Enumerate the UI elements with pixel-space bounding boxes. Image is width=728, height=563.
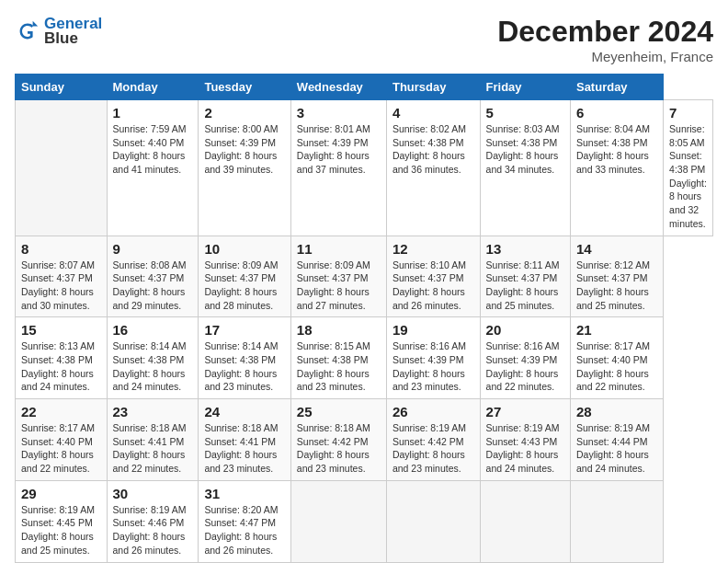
- day-info: Sunrise: 8:11 AMSunset: 4:37 PMDaylight:…: [486, 259, 560, 311]
- day-info: Sunrise: 8:20 AMSunset: 4:47 PMDaylight:…: [204, 504, 278, 556]
- logo: General Blue: [15, 15, 102, 48]
- day-info: Sunrise: 8:19 AMSunset: 4:42 PMDaylight:…: [392, 422, 466, 474]
- calendar-week-row: 8Sunrise: 8:07 AMSunset: 4:37 PMDaylight…: [16, 236, 713, 317]
- calendar-cell: 6Sunrise: 8:04 AMSunset: 4:38 PMDaylight…: [570, 100, 663, 236]
- day-number: 14: [576, 241, 657, 257]
- day-number: 4: [392, 105, 474, 121]
- day-info: Sunrise: 8:19 AMSunset: 4:44 PMDaylight:…: [576, 422, 650, 474]
- calendar-cell: [16, 100, 108, 236]
- calendar-cell: 20Sunrise: 8:16 AMSunset: 4:39 PMDayligh…: [480, 317, 570, 399]
- calendar-cell: 2Sunrise: 8:00 AMSunset: 4:39 PMDaylight…: [199, 100, 290, 236]
- day-info: Sunrise: 8:17 AMSunset: 4:40 PMDaylight:…: [576, 340, 650, 392]
- calendar-cell: 30Sunrise: 8:19 AMSunset: 4:46 PMDayligh…: [107, 480, 199, 562]
- calendar-cell: 16Sunrise: 8:14 AMSunset: 4:38 PMDayligh…: [107, 317, 199, 399]
- day-info: Sunrise: 8:18 AMSunset: 4:41 PMDaylight:…: [204, 422, 278, 474]
- day-info: Sunrise: 8:03 AMSunset: 4:38 PMDaylight:…: [486, 123, 560, 175]
- day-number: 3: [297, 105, 381, 121]
- day-info: Sunrise: 8:08 AMSunset: 4:37 PMDaylight:…: [113, 259, 187, 311]
- calendar-cell: [480, 480, 570, 562]
- calendar-cell: 5Sunrise: 8:03 AMSunset: 4:38 PMDaylight…: [480, 100, 570, 236]
- day-number: 5: [486, 105, 564, 121]
- day-number: 9: [113, 241, 193, 257]
- day-number: 25: [297, 404, 381, 419]
- header-row: SundayMondayTuesdayWednesdayThursdayFrid…: [16, 75, 713, 100]
- column-header-sunday: Sunday: [16, 75, 108, 100]
- calendar-table: SundayMondayTuesdayWednesdayThursdayFrid…: [15, 74, 713, 563]
- day-number: 26: [392, 404, 474, 419]
- calendar-cell: 28Sunrise: 8:19 AMSunset: 4:44 PMDayligh…: [570, 399, 663, 481]
- day-number: 24: [204, 404, 284, 419]
- calendar-week-row: 15Sunrise: 8:13 AMSunset: 4:38 PMDayligh…: [16, 317, 713, 399]
- day-number: 28: [576, 404, 657, 419]
- day-info: Sunrise: 7:59 AMSunset: 4:40 PMDaylight:…: [113, 123, 187, 175]
- calendar-cell: 24Sunrise: 8:18 AMSunset: 4:41 PMDayligh…: [199, 399, 290, 481]
- calendar-cell: 26Sunrise: 8:19 AMSunset: 4:42 PMDayligh…: [386, 399, 480, 481]
- day-info: Sunrise: 8:09 AMSunset: 4:37 PMDaylight:…: [297, 259, 370, 311]
- day-number: 29: [21, 486, 101, 501]
- day-info: Sunrise: 8:19 AMSunset: 4:46 PMDaylight:…: [113, 504, 187, 556]
- calendar-cell: 19Sunrise: 8:16 AMSunset: 4:39 PMDayligh…: [386, 317, 480, 399]
- day-info: Sunrise: 8:18 AMSunset: 4:42 PMDaylight:…: [297, 422, 370, 474]
- calendar-cell: 4Sunrise: 8:02 AMSunset: 4:38 PMDaylight…: [386, 100, 480, 236]
- calendar-cell: 8Sunrise: 8:07 AMSunset: 4:37 PMDaylight…: [16, 236, 108, 317]
- day-info: Sunrise: 8:19 AMSunset: 4:45 PMDaylight:…: [21, 504, 95, 556]
- day-number: 8: [21, 241, 101, 257]
- title-block: December 2024 Meyenheim, France: [497, 15, 713, 64]
- day-number: 13: [486, 241, 564, 257]
- column-header-friday: Friday: [480, 75, 570, 100]
- calendar-cell: 31Sunrise: 8:20 AMSunset: 4:47 PMDayligh…: [199, 480, 290, 562]
- calendar-cell: 27Sunrise: 8:19 AMSunset: 4:43 PMDayligh…: [480, 399, 570, 481]
- day-number: 6: [576, 105, 657, 121]
- day-info: Sunrise: 8:00 AMSunset: 4:39 PMDaylight:…: [204, 123, 278, 175]
- day-number: 19: [392, 322, 474, 338]
- day-info: Sunrise: 8:16 AMSunset: 4:39 PMDaylight:…: [486, 340, 560, 392]
- column-header-monday: Monday: [107, 75, 199, 100]
- day-number: 11: [297, 241, 381, 257]
- calendar-cell: 11Sunrise: 8:09 AMSunset: 4:37 PMDayligh…: [290, 236, 386, 317]
- calendar-week-row: 1Sunrise: 7:59 AMSunset: 4:40 PMDaylight…: [16, 100, 713, 236]
- day-info: Sunrise: 8:01 AMSunset: 4:39 PMDaylight:…: [297, 123, 370, 175]
- day-info: Sunrise: 8:07 AMSunset: 4:37 PMDaylight:…: [21, 259, 95, 311]
- calendar-cell: 21Sunrise: 8:17 AMSunset: 4:40 PMDayligh…: [570, 317, 663, 399]
- calendar-cell: 7Sunrise: 8:05 AMSunset: 4:38 PMDaylight…: [664, 100, 713, 236]
- day-number: 23: [113, 404, 193, 419]
- logo-text: General Blue: [44, 15, 102, 48]
- column-header-wednesday: Wednesday: [290, 75, 386, 100]
- column-header-thursday: Thursday: [386, 75, 480, 100]
- svg-marker-0: [33, 21, 39, 27]
- calendar-cell: 3Sunrise: 8:01 AMSunset: 4:39 PMDaylight…: [290, 100, 386, 236]
- day-info: Sunrise: 8:14 AMSunset: 4:38 PMDaylight:…: [113, 340, 187, 392]
- calendar-cell: 12Sunrise: 8:10 AMSunset: 4:37 PMDayligh…: [386, 236, 480, 317]
- day-info: Sunrise: 8:17 AMSunset: 4:40 PMDaylight:…: [21, 422, 95, 474]
- day-info: Sunrise: 8:04 AMSunset: 4:38 PMDaylight:…: [576, 123, 650, 175]
- calendar-cell: 14Sunrise: 8:12 AMSunset: 4:37 PMDayligh…: [570, 236, 663, 317]
- day-info: Sunrise: 8:10 AMSunset: 4:37 PMDaylight:…: [392, 259, 466, 311]
- day-info: Sunrise: 8:16 AMSunset: 4:39 PMDaylight:…: [392, 340, 466, 392]
- calendar-cell: 15Sunrise: 8:13 AMSunset: 4:38 PMDayligh…: [16, 317, 108, 399]
- day-number: 15: [21, 322, 101, 338]
- calendar-cell: 22Sunrise: 8:17 AMSunset: 4:40 PMDayligh…: [16, 399, 108, 481]
- day-info: Sunrise: 8:12 AMSunset: 4:37 PMDaylight:…: [576, 259, 650, 311]
- day-number: 27: [486, 404, 564, 419]
- day-number: 21: [576, 322, 657, 338]
- calendar-cell: [386, 480, 480, 562]
- calendar-cell: 18Sunrise: 8:15 AMSunset: 4:38 PMDayligh…: [290, 317, 386, 399]
- day-number: 10: [204, 241, 284, 257]
- column-header-tuesday: Tuesday: [199, 75, 290, 100]
- calendar-week-row: 29Sunrise: 8:19 AMSunset: 4:45 PMDayligh…: [16, 480, 713, 562]
- calendar-cell: 13Sunrise: 8:11 AMSunset: 4:37 PMDayligh…: [480, 236, 570, 317]
- day-number: 22: [21, 404, 101, 419]
- calendar-cell: [570, 480, 663, 562]
- day-number: 30: [113, 486, 193, 501]
- day-info: Sunrise: 8:19 AMSunset: 4:43 PMDaylight:…: [486, 422, 560, 474]
- calendar-cell: 17Sunrise: 8:14 AMSunset: 4:38 PMDayligh…: [199, 317, 290, 399]
- calendar-cell: 29Sunrise: 8:19 AMSunset: 4:45 PMDayligh…: [16, 480, 108, 562]
- page-header: General Blue December 2024 Meyenheim, Fr…: [15, 15, 713, 64]
- day-number: 20: [486, 322, 564, 338]
- day-number: 31: [204, 486, 284, 501]
- day-number: 7: [669, 105, 707, 121]
- logo-icon: [15, 18, 40, 44]
- day-info: Sunrise: 8:13 AMSunset: 4:38 PMDaylight:…: [21, 340, 95, 392]
- day-info: Sunrise: 8:02 AMSunset: 4:38 PMDaylight:…: [392, 123, 466, 175]
- subtitle: Meyenheim, France: [497, 49, 713, 64]
